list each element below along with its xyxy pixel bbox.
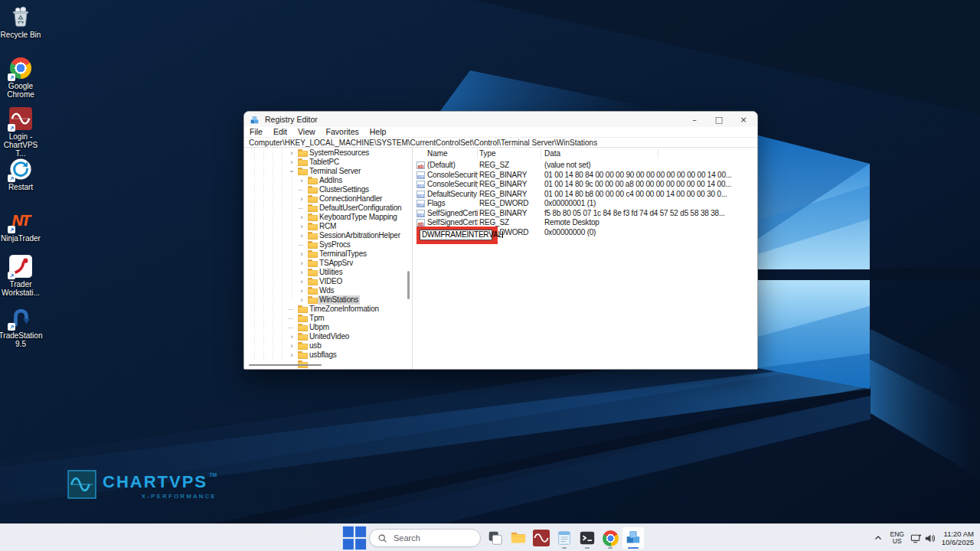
expand-chevron-icon[interactable]: › (298, 213, 305, 222)
menu-edit[interactable]: Edit (268, 127, 292, 137)
expand-chevron-icon[interactable]: › (288, 350, 296, 360)
close-button[interactable]: × (731, 112, 756, 127)
registry-values-pane[interactable]: NameTypeData ab(Default)REG_SZ(value not… (414, 148, 757, 369)
tree-item-terminal-server[interactable]: ›Terminal Server (244, 167, 412, 176)
tree-item-tpm[interactable]: Tpm (244, 314, 412, 323)
tree-item-unitedvideo[interactable]: ›UnitedVideo (244, 332, 412, 341)
value-data: 01 00 14 80 b8 00 00 00 c4 00 00 00 14 0… (544, 190, 754, 200)
tree-item-connectionhandler[interactable]: ›ConnectionHandler (244, 194, 412, 204)
expand-chevron-icon[interactable]: › (298, 231, 305, 240)
tree-item-usb[interactable]: ›usb (244, 341, 412, 350)
expand-chevron-icon[interactable]: › (288, 332, 296, 341)
collapse-chevron-icon[interactable]: › (287, 168, 296, 175)
desktop-icon-google-chrome[interactable]: GoogleChrome (0, 56, 41, 99)
tree-item-timezoneinformation[interactable]: TimeZoneInformation (244, 305, 412, 314)
registry-tree-pane[interactable]: ›SystemResources›TabletPC›Terminal Serve… (244, 148, 412, 369)
desktop-icon-ninjatrader[interactable]: NTNinjaTrader (0, 208, 41, 243)
clock[interactable]: 11:20 AM 10/6/2025 (942, 530, 974, 546)
minimize-button[interactable]: – (682, 112, 707, 127)
shortcut-arrow-badge (8, 124, 15, 132)
value-rename-input[interactable]: DWMFRAMEINTERVAL (420, 230, 492, 240)
tree-item-winstations[interactable]: ›WinStations (244, 295, 412, 305)
tree-item-keyboardtype-mapping[interactable]: ›KeyboardType Mapping (244, 213, 412, 222)
value-row-consolesecurity[interactable]: 011ConsoleSecurityREG_BINARY01 00 14 80 … (414, 171, 757, 181)
tree-item-ubpm[interactable]: Ubpm (244, 323, 412, 332)
expand-chevron-icon[interactable]: › (288, 341, 296, 350)
value-name: SelfSignedCertifi... (427, 209, 478, 219)
column-header-name[interactable]: Name (427, 148, 448, 160)
tree-item-label: RCM (318, 222, 338, 231)
expand-chevron-icon[interactable]: › (298, 268, 305, 277)
value-type: REG_BINARY (479, 190, 541, 200)
menu-view[interactable]: View (292, 127, 321, 137)
taskbar-task-view-icon[interactable] (484, 527, 507, 549)
desktop-icon-restart[interactable]: Restart (0, 157, 41, 191)
expand-chevron-icon[interactable]: › (298, 176, 305, 185)
tree-item-tsappsrv[interactable]: ›TSAppSrv (244, 259, 412, 268)
expand-chevron-icon[interactable]: › (288, 158, 296, 167)
network-icon[interactable] (910, 533, 923, 544)
maximize-button[interactable]: □ (707, 112, 731, 127)
language-indicator[interactable]: ENG US (887, 531, 907, 545)
tree-item-systemresources[interactable]: ›SystemResources (244, 148, 412, 158)
desktop-icon-label: TraderWorkstati... (2, 280, 40, 297)
expand-chevron-icon[interactable]: › (298, 259, 305, 268)
tree-item-clustersettings[interactable]: ClusterSettings (244, 185, 412, 194)
menu-help[interactable]: Help (364, 127, 392, 137)
value-row-flags[interactable]: 011FlagsREG_DWORD0x00000001 (1) (414, 199, 757, 209)
expand-chevron-icon[interactable]: › (298, 286, 305, 295)
tree-item-usbflags[interactable]: ›usbflags (244, 350, 412, 360)
tree-item-wds[interactable]: ›Wds (244, 286, 412, 295)
desktop-icon-recycle-bin[interactable]: Recycle Bin (0, 5, 41, 39)
chartvps-sine-icon (67, 470, 96, 502)
hidden-icons-chevron[interactable] (871, 533, 885, 543)
folder-icon (308, 223, 318, 230)
tree-item-defaultuserconfiguration[interactable]: DefaultUserConfiguration (244, 204, 412, 213)
tree-item-video[interactable]: ›VIDEO (244, 277, 412, 286)
value-name: ConsoleSecurity (427, 171, 478, 181)
expand-chevron-icon[interactable]: › (298, 249, 305, 259)
value-data: f5 8b 80 05 07 1c 84 8e f3 fd 74 d4 57 5… (544, 209, 754, 219)
recycle-bin-icon (8, 5, 33, 29)
value-row-selfsignedcertifi-[interactable]: 011SelfSignedCertifi...REG_BINARYf5 8b 8… (414, 209, 757, 219)
tree-horizontal-scrollbar[interactable] (249, 364, 322, 366)
pane-divider[interactable] (412, 148, 413, 369)
running-indicator (608, 547, 612, 549)
desktop-icon-login-chartvps[interactable]: Login -ChartVPS T... (0, 106, 41, 158)
taskbar-chrome-icon[interactable] (599, 527, 622, 549)
expand-chevron-icon[interactable]: › (298, 295, 305, 305)
value-row--default-[interactable]: ab(Default)REG_SZ(value not set) (414, 161, 757, 171)
value-row-consolesecurity-[interactable]: 011ConsoleSecurity...REG_BINARY01 00 14 … (414, 180, 757, 190)
taskbar-file-explorer-icon[interactable] (507, 527, 530, 549)
folder-icon (308, 296, 318, 304)
tree-item-sessionarbitrationhelper[interactable]: ›SessionArbitrationHelper (244, 231, 412, 240)
desktop-icon-tradestation[interactable]: TradeStation9.5 (0, 305, 41, 348)
expand-chevron-icon[interactable]: › (298, 277, 305, 286)
expand-chevron-icon[interactable]: › (288, 148, 296, 158)
menu-favorites[interactable]: Favorites (321, 127, 364, 137)
start-button[interactable] (341, 527, 368, 549)
address-bar[interactable]: Computer\HKEY_LOCAL_MACHINE\SYSTEM\Curre… (244, 137, 757, 148)
expand-chevron-icon[interactable]: › (298, 222, 305, 231)
volume-icon[interactable] (923, 533, 937, 544)
tree-item-sysprocs[interactable]: SysProcs (244, 240, 412, 249)
value-row-defaultsecurity[interactable]: 011DefaultSecurityREG_BINARY01 00 14 80 … (414, 190, 757, 200)
tree-item-tabletpc[interactable]: ›TabletPC (244, 158, 412, 167)
window-titlebar[interactable]: Registry Editor – □ × (244, 112, 757, 127)
menu-file[interactable]: File (244, 127, 268, 137)
tree-vertical-scrollbar[interactable] (407, 271, 410, 299)
taskbar-registry-editor-icon[interactable] (622, 527, 645, 549)
column-header-type[interactable]: Type (479, 148, 496, 160)
column-header-data[interactable]: Data (544, 148, 560, 160)
taskbar-terminal-icon[interactable] (576, 527, 599, 549)
desktop-icon-trader-workstation[interactable]: TraderWorkstati... (0, 254, 41, 297)
desktop-icon-label: GoogleChrome (7, 82, 34, 99)
expand-chevron-icon[interactable]: › (298, 194, 305, 204)
tree-item-terminaltypes[interactable]: ›TerminalTypes (244, 249, 412, 259)
tree-item-addins[interactable]: ›AddIns (244, 176, 412, 185)
taskbar-notepad-icon[interactable] (553, 527, 576, 549)
tree-item-utilities[interactable]: ›Utilities (244, 268, 412, 277)
search-box[interactable]: Search (369, 529, 481, 547)
taskbar-chartvps-icon[interactable] (530, 527, 553, 549)
tree-item-rcm[interactable]: ›RCM (244, 222, 412, 231)
